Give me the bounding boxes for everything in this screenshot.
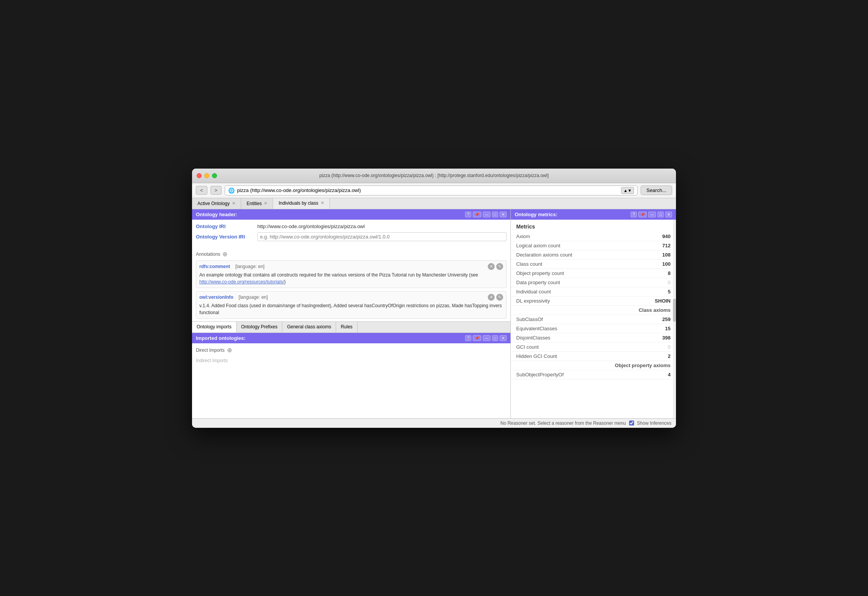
version-iri-label: Ontology Version IRI (196, 234, 257, 240)
tab-individuals-by-class[interactable]: Individuals by class ✕ (273, 198, 330, 209)
imports-help-icon[interactable]: ? (465, 335, 471, 341)
metrics-close-icon[interactable]: ✕ (665, 212, 672, 217)
annotation-delete-button[interactable]: ✕ (488, 294, 495, 301)
tab-individuals-by-class-close[interactable]: ✕ (321, 200, 324, 205)
annotation-item: owl:versionInfo [language: en] ✕ ✎ v.1.4… (196, 291, 507, 319)
imported-ontologies-bar: Imported ontologies: ? 📌 — □ ✕ (192, 333, 510, 343)
ontology-header-section: Ontology IRI http://www.co-ode.org/ontol… (192, 220, 510, 248)
header-help-icon[interactable]: ? (465, 212, 471, 217)
metric-label: SubObjectPropertyOf (511, 370, 629, 379)
metric-value: 108 (629, 250, 676, 259)
metrics-section: Metrics Axiom 940 Logical axiom count 71… (511, 220, 676, 418)
address-dropdown-button[interactable]: ▲▼ (621, 187, 634, 194)
tab-rules[interactable]: Rules (336, 322, 358, 333)
group-title: Object property axioms (511, 361, 676, 370)
metrics-window-icon[interactable]: □ (658, 212, 664, 217)
title-bar: pizza (http://www.co-ode.org/ontologies/… (192, 169, 676, 183)
imports-close-icon[interactable]: ✕ (500, 335, 507, 341)
window-title: pizza (http://www.co-ode.org/ontologies/… (320, 173, 549, 178)
table-row: DisjointClasses 398 (511, 333, 676, 342)
right-panel: Ontology metrics: ? 📌 — □ ✕ Metrics Axio… (511, 209, 676, 418)
metric-label: Axiom (511, 232, 629, 241)
imported-ontologies-title: Imported ontologies: (196, 335, 245, 341)
metric-value: 0 (629, 278, 676, 287)
metric-label: EquivalentClasses (511, 324, 629, 333)
header-minus-icon[interactable]: — (483, 212, 490, 217)
annotations-text: Annotations (196, 252, 220, 257)
imports-window-icon[interactable]: □ (492, 335, 498, 341)
tab-active-ontology-close[interactable]: ✕ (232, 201, 235, 206)
main-content: Ontology header: ? 📌 — □ ✕ Ontology IRI … (192, 209, 676, 418)
version-iri-input[interactable] (257, 232, 507, 241)
header-close-icon[interactable]: ✕ (500, 212, 507, 217)
group-title: Class axioms (511, 305, 676, 315)
forward-button[interactable]: > (210, 186, 222, 195)
bottom-tabs: Ontology imports Ontology Prefixes Gener… (192, 321, 510, 333)
add-annotation-button[interactable]: ⊕ (222, 251, 227, 257)
table-row: Class count 100 (511, 259, 676, 268)
minimize-button[interactable] (204, 173, 209, 178)
annotation-delete-button[interactable]: ✕ (488, 263, 495, 270)
annotation-type: rdfs:comment (199, 264, 230, 269)
metrics-table: Axiom 940 Logical axiom count 712 Declar… (511, 232, 676, 379)
tab-general-class-axioms-label: General class axioms (287, 324, 331, 329)
tab-rules-label: Rules (341, 324, 353, 329)
maximize-button[interactable] (212, 173, 217, 178)
tab-entities[interactable]: Entities ✕ (241, 198, 273, 209)
table-row: Data property count 0 (511, 278, 676, 287)
address-bold: pizza (237, 187, 248, 193)
table-row: Axiom 940 (511, 232, 676, 241)
tab-ontology-prefixes[interactable]: Ontology Prefixes (237, 322, 283, 333)
metrics-pin-icon[interactable]: 📌 (638, 212, 647, 217)
show-inferences-checkbox[interactable] (629, 421, 634, 425)
status-text: No Reasoner set. Select a reasoner from … (500, 421, 626, 426)
imports-minus-icon[interactable]: — (483, 335, 490, 341)
scrollbar-track (673, 220, 676, 418)
imports-pin-icon[interactable]: 📌 (473, 335, 481, 341)
main-window: pizza (http://www.co-ode.org/ontologies/… (192, 169, 676, 428)
table-row: Object property count 8 (511, 268, 676, 278)
annotation-buttons: ✕ ✎ (488, 294, 503, 301)
metric-label: GCI count (511, 342, 629, 351)
table-row: EquivalentClasses 15 (511, 324, 676, 333)
left-panel: Ontology header: ? 📌 — □ ✕ Ontology IRI … (192, 209, 511, 418)
annotation-edit-button[interactable]: ✎ (496, 294, 503, 301)
tab-ontology-imports[interactable]: Ontology imports (192, 322, 237, 333)
traffic-lights (197, 173, 217, 178)
metric-value: 940 (629, 232, 676, 241)
tab-individuals-by-class-label: Individuals by class (278, 200, 318, 206)
tab-active-ontology-label: Active Ontology (197, 201, 230, 206)
metric-value: SHOIN (629, 296, 676, 305)
table-row: Hidden GCI Count 2 (511, 351, 676, 361)
iri-value: http://www.co-ode.org/ontologies/pizza/p… (257, 224, 365, 229)
add-direct-import-button[interactable]: ⊕ (227, 347, 232, 353)
header-pin-icon[interactable]: 📌 (473, 212, 481, 217)
metric-label: DL expressivity (511, 296, 629, 305)
show-inferences-label: Show Inferences (637, 421, 671, 426)
ontology-header-icons: ? 📌 — □ ✕ (465, 212, 507, 217)
tab-entities-close[interactable]: ✕ (264, 201, 267, 206)
scrollbar-thumb[interactable] (673, 299, 676, 322)
metric-value: 8 (629, 268, 676, 278)
metric-label: Declaration axioms count (511, 250, 629, 259)
metric-label: Hidden GCI Count (511, 351, 629, 361)
metric-value: 259 (629, 315, 676, 324)
metrics-minus-icon[interactable]: — (648, 212, 656, 217)
tab-active-ontology[interactable]: Active Ontology ✕ (192, 198, 241, 209)
metrics-help-icon[interactable]: ? (631, 212, 637, 217)
tab-entities-label: Entities (247, 201, 262, 206)
metric-label: Logical axiom count (511, 241, 629, 250)
search-button[interactable]: Search... (641, 185, 672, 195)
tab-general-class-axioms[interactable]: General class axioms (282, 322, 336, 333)
back-button[interactable]: < (196, 186, 207, 195)
iri-row: Ontology IRI http://www.co-ode.org/ontol… (196, 224, 507, 229)
metrics-group-header: Class axioms (511, 305, 676, 315)
metric-label: DisjointClasses (511, 333, 629, 342)
metric-label: Data property count (511, 278, 629, 287)
annotations-label: Annotations ⊕ (196, 251, 507, 257)
close-button[interactable] (197, 173, 202, 178)
table-row: GCI count 0 (511, 342, 676, 351)
annotation-edit-button[interactable]: ✎ (496, 263, 503, 270)
annotation-link[interactable]: http://www.co-ode.org/resources/tutorial… (199, 279, 284, 285)
header-window-icon[interactable]: □ (492, 212, 498, 217)
